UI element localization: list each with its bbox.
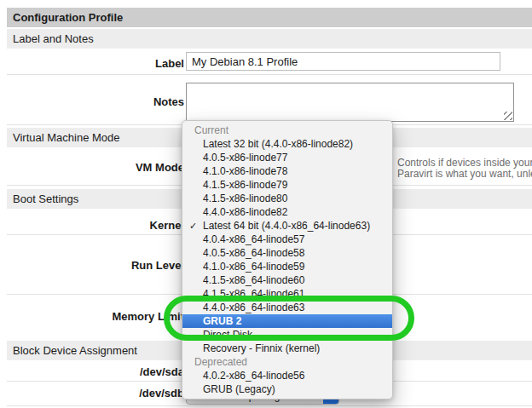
kernel-menu-item[interactable]: 4.1.0-x86-linode78 bbox=[182, 164, 392, 178]
kernel-menu-item-label: 4.0.4-x86_64-linode57 bbox=[203, 233, 304, 245]
kernel-menu-item-label: 4.4.0-x86_64-linode63 bbox=[203, 302, 304, 313]
checkmark-icon: ✓ bbox=[189, 219, 197, 233]
vm-mode-help-line1: Controls if devices inside your bbox=[397, 158, 532, 169]
kernel-menu-item[interactable]: GRUB (Legacy) bbox=[182, 382, 392, 396]
section-vm-mode-title: Virtual Machine Mode bbox=[13, 131, 120, 144]
kernel-menu-item-label: 4.4.0-x86-linode82 bbox=[203, 206, 287, 218]
kernel-menu-item[interactable]: 4.1.5-x86_64-linode61 bbox=[182, 287, 392, 301]
kernel-menu-item-label: 4.0.5-x86-linode77 bbox=[203, 152, 287, 164]
kernel-menu-item-label: 4.1.0-x86-linode78 bbox=[203, 165, 287, 177]
kernel-menu-item[interactable]: 4.1.5-x86-linode80 bbox=[182, 192, 392, 205]
page-title: Configuration Profile bbox=[13, 11, 123, 24]
vm-mode-help-text: Controls if devices inside your Paravirt… bbox=[397, 158, 532, 179]
vm-mode-help-line2: Paravirt is what you want, unle bbox=[397, 169, 532, 180]
notes-field-label: Notes bbox=[0, 95, 184, 108]
kernel-menu-item[interactable]: Recovery - Finnix (kernel) bbox=[182, 342, 392, 355]
kernel-menu-item[interactable]: 4.0.5-x86-linode77 bbox=[182, 151, 392, 164]
run-level-field-label: Run Level bbox=[0, 259, 184, 272]
kernel-menu-item-label: 4.0.2-x86_64-linode56 bbox=[203, 370, 304, 382]
dev-sdb-field-label: /dev/sdb bbox=[0, 387, 184, 399]
kernel-menu-item[interactable]: 4.0.4-x86_64-linode57 bbox=[182, 233, 392, 246]
kernel-menu-item[interactable]: Direct Disk bbox=[182, 328, 392, 342]
section-label-and-notes-title: Label and Notes bbox=[13, 32, 94, 45]
label-field-label: Label bbox=[0, 57, 184, 70]
kernel-menu-item-label: Current bbox=[194, 124, 228, 136]
divider bbox=[7, 405, 532, 406]
kernel-menu-group-header: Deprecated bbox=[182, 355, 392, 369]
kernel-menu-item-label: 4.1.5-x86-linode80 bbox=[203, 193, 287, 204]
section-block-device-assignment-title: Block Device Assignment bbox=[13, 344, 137, 357]
kernel-menu-item-label: 4.1.5-x86-linode79 bbox=[203, 179, 287, 191]
kernel-menu-item[interactable]: GRUB 2 bbox=[182, 314, 392, 328]
kernel-menu-group-header: Current bbox=[182, 124, 392, 137]
divider bbox=[7, 74, 532, 75]
kernel-menu-item-label: Direct Disk bbox=[203, 329, 252, 341]
label-input-value: My Debian 8.1 Profile bbox=[192, 55, 298, 68]
page-title-bar: Configuration Profile bbox=[7, 8, 532, 27]
kernel-menu-item-label: GRUB 2 bbox=[203, 315, 241, 327]
kernel-menu-item[interactable]: 4.1.5-x86-linode79 bbox=[182, 178, 392, 192]
kernel-menu-item-label: Latest 32 bit (4.4.0-x86-linode82) bbox=[203, 138, 353, 150]
kernel-menu-item[interactable]: 4.4.0-x86-linode82 bbox=[182, 205, 392, 219]
kernel-menu-item[interactable]: Latest 32 bit (4.4.0-x86-linode82) bbox=[182, 137, 392, 151]
kernel-menu-item[interactable]: 4.4.0-x86_64-linode63 bbox=[182, 301, 392, 314]
kernel-menu-item[interactable]: 4.1.5-x86_64-linode60 bbox=[182, 273, 392, 287]
kernel-menu-item-label: 4.1.5-x86_64-linode60 bbox=[203, 274, 304, 286]
section-label-and-notes: Label and Notes bbox=[7, 29, 532, 49]
kernel-menu-item[interactable]: 4.0.2-x86_64-linode56 bbox=[182, 369, 392, 382]
kernel-field-label: Kernel bbox=[0, 219, 184, 232]
kernel-dropdown-menu: CurrentLatest 32 bit (4.4.0-x86-linode82… bbox=[182, 120, 393, 399]
kernel-menu-item[interactable]: 4.1.0-x86_64-linode59 bbox=[182, 260, 392, 273]
notes-textarea[interactable] bbox=[186, 83, 514, 122]
configuration-profile-page: { "header": { "title": "Configuration Pr… bbox=[0, 0, 532, 408]
kernel-menu-item-label: 4.1.5-x86_64-linode61 bbox=[203, 288, 304, 300]
kernel-menu-item-label: 4.1.0-x86_64-linode59 bbox=[203, 261, 304, 273]
vm-mode-field-label: VM Mode bbox=[0, 161, 184, 174]
kernel-menu-item-label: Latest 64 bit (4.4.0-x86_64-linode63) bbox=[203, 220, 370, 232]
kernel-menu-item-label: Recovery - Finnix (kernel) bbox=[203, 342, 320, 354]
kernel-menu-item-label: Deprecated bbox=[194, 356, 247, 368]
label-input[interactable]: My Debian 8.1 Profile bbox=[186, 52, 500, 71]
section-boot-settings-title: Boot Settings bbox=[13, 193, 78, 205]
memory-limit-field-label: Memory Limit bbox=[0, 310, 184, 323]
kernel-menu-item[interactable]: ✓Latest 64 bit (4.4.0-x86_64-linode63) bbox=[182, 219, 392, 233]
kernel-menu-item[interactable]: 4.0.5-x86_64-linode58 bbox=[182, 246, 392, 260]
kernel-menu-item-label: GRUB (Legacy) bbox=[203, 383, 275, 395]
kernel-menu-item-label: 4.0.5-x86_64-linode58 bbox=[203, 247, 304, 259]
dev-sda-field-label: /dev/sda bbox=[0, 365, 184, 378]
resize-grip-icon[interactable] bbox=[504, 112, 512, 120]
